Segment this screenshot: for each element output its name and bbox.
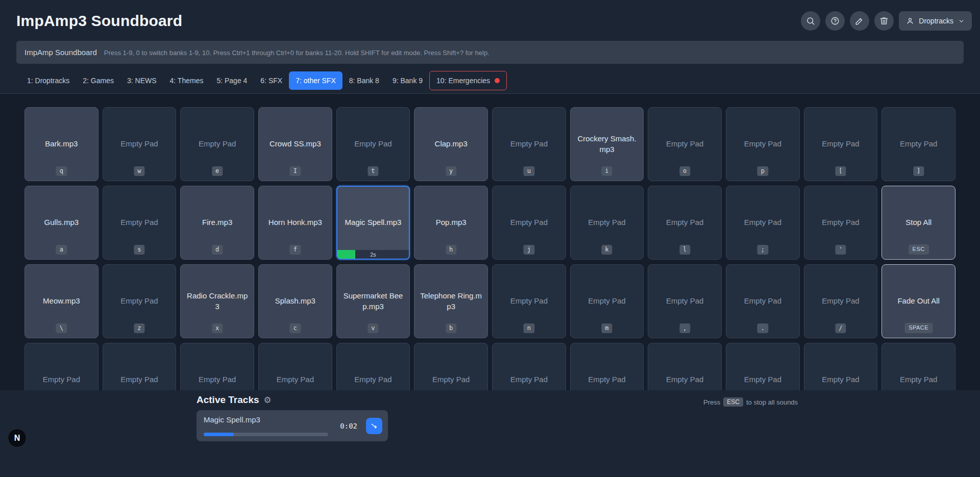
key-badge: I bbox=[290, 166, 301, 176]
pad-empty[interactable]: Empty Padw bbox=[103, 107, 177, 181]
pad-empty[interactable]: Empty Pad bbox=[570, 343, 644, 390]
pad-empty[interactable]: Empty Pad bbox=[881, 343, 955, 390]
key-badge: t bbox=[368, 166, 378, 176]
pad-empty[interactable]: Empty Padl bbox=[648, 186, 722, 260]
pad-pop-mp3[interactable]: Pop.mp3h bbox=[414, 186, 488, 260]
key-badge: ] bbox=[913, 166, 924, 176]
pad-empty[interactable]: Empty Pad[ bbox=[804, 107, 878, 181]
tab-label: 9: Bank 9 bbox=[393, 77, 423, 85]
pad-crockery-smash-mp3[interactable]: Crockery Smash.mp3i bbox=[570, 107, 644, 181]
pad-empty[interactable]: Empty Pade bbox=[180, 107, 254, 181]
pad-empty[interactable]: Empty Pad/ bbox=[804, 264, 878, 338]
pad-label: Empty Pad bbox=[199, 139, 236, 149]
pad-empty[interactable]: Empty Padk bbox=[570, 186, 644, 260]
tab-1-droptracks[interactable]: 1: Droptracks bbox=[20, 71, 76, 90]
pad-empty[interactable]: Empty Pad bbox=[336, 343, 410, 390]
pad-label: Empty Pad bbox=[199, 374, 236, 385]
pad-empty[interactable]: Empty Pad bbox=[180, 343, 254, 390]
pad-empty[interactable]: Empty Pads bbox=[103, 186, 177, 260]
key-badge: l bbox=[679, 245, 690, 255]
pad-progress-label: 2s bbox=[370, 250, 376, 258]
tab-5-page-4[interactable]: 5: Page 4 bbox=[210, 71, 254, 90]
pad-empty[interactable]: Empty Padn bbox=[492, 264, 566, 338]
pad-empty[interactable]: Empty Padt bbox=[336, 107, 410, 181]
pad-fire-mp3[interactable]: Fire.mp3d bbox=[180, 186, 254, 260]
pad-empty[interactable]: Empty Pad bbox=[804, 343, 878, 390]
key-badge: [ bbox=[835, 166, 846, 176]
pad-empty[interactable]: Empty Pad bbox=[103, 343, 177, 390]
pad-empty[interactable]: Empty Pado bbox=[648, 107, 722, 181]
search-button[interactable] bbox=[801, 11, 820, 31]
tab-label: 4: Themes bbox=[170, 77, 204, 85]
pad-label: Empty Pad bbox=[744, 374, 781, 385]
pad-empty[interactable]: Empty Pad] bbox=[881, 107, 955, 181]
pad-supermarket-beep-mp3[interactable]: Supermarket Beep.mp3v bbox=[336, 264, 410, 338]
pad-empty[interactable]: Empty Pad bbox=[258, 343, 332, 390]
pad-label: Empty Pad bbox=[120, 217, 158, 228]
key-badge: \ bbox=[56, 323, 67, 333]
pad-empty[interactable]: Empty Padj bbox=[492, 186, 566, 260]
pad-empty[interactable]: Empty Pad, bbox=[648, 264, 722, 338]
pad-telephone-ring-mp3[interactable]: Telephone Ring.mp3b bbox=[414, 264, 488, 338]
pad-label: Empty Pad bbox=[588, 374, 625, 385]
help-button[interactable] bbox=[825, 11, 845, 31]
pad-empty[interactable]: Empty Pad' bbox=[804, 186, 878, 260]
pad-gulls-mp3[interactable]: Gulls.mp3a bbox=[24, 186, 99, 260]
pad-empty[interactable]: Empty Pad bbox=[648, 343, 722, 390]
pad-empty[interactable]: Empty Padm bbox=[570, 264, 644, 338]
pad-label: Empty Pad bbox=[744, 139, 781, 149]
tab-7-other-sfx[interactable]: 7: other SFX bbox=[289, 71, 342, 90]
gear-icon[interactable]: ⚙ bbox=[264, 396, 272, 405]
profile-dropdown-button[interactable]: Droptracks bbox=[899, 11, 972, 31]
pad-label: Pop.mp3 bbox=[436, 217, 467, 228]
tab-2-games[interactable]: 2: Games bbox=[76, 71, 120, 90]
tab-4-themes[interactable]: 4: Themes bbox=[163, 71, 210, 90]
tab-8-bank-8[interactable]: 8: Bank 8 bbox=[342, 71, 386, 90]
pad-horn-honk-mp3[interactable]: Horn Honk.mp3f bbox=[258, 186, 332, 260]
pad-empty[interactable]: Empty Padu bbox=[492, 107, 566, 181]
pad-empty[interactable]: Empty Pad. bbox=[726, 264, 800, 338]
key-badge: k bbox=[601, 245, 612, 255]
pad-label: Crowd SS.mp3 bbox=[270, 139, 321, 149]
pad-label: Empty Pad bbox=[510, 139, 548, 149]
active-tracks-block: Active Tracks ⚙ Magic Spell.mp3 0:02 bbox=[197, 394, 388, 441]
pad-radio-crackle-mp3[interactable]: Radio Crackle.mp3x bbox=[180, 264, 254, 338]
track-progress-fill bbox=[204, 433, 234, 436]
key-badge: q bbox=[56, 166, 67, 176]
pad-magic-spell-mp3[interactable]: Magic Spell.mp32s bbox=[336, 186, 410, 260]
pad-grid: Bark.mp3qEmpty PadwEmpty PadeCrowd SS.mp… bbox=[24, 107, 955, 390]
tab-6-sfx[interactable]: 6: SFX bbox=[254, 71, 289, 90]
tab-9-bank-9[interactable]: 9: Bank 9 bbox=[386, 71, 429, 90]
pad-empty[interactable]: Empty Pad bbox=[414, 343, 488, 390]
pad-label: Empty Pad bbox=[666, 139, 703, 149]
pad-empty[interactable]: Empty Pad bbox=[492, 343, 566, 390]
active-track-card: Magic Spell.mp3 0:02 bbox=[197, 410, 388, 441]
key-badge: h bbox=[446, 245, 456, 255]
pad-empty[interactable]: Empty Pad bbox=[24, 343, 99, 390]
pad-stop-all[interactable]: Stop AllESC bbox=[881, 186, 955, 260]
tab-10-emergencies[interactable]: 10: Emergencies bbox=[429, 71, 507, 90]
pad-meow-mp3[interactable]: Meow.mp3\ bbox=[24, 264, 99, 338]
key-badge: w bbox=[134, 166, 144, 176]
pad-bark-mp3[interactable]: Bark.mp3q bbox=[24, 107, 99, 181]
delete-button[interactable] bbox=[874, 11, 894, 31]
pad-fade-out-all[interactable]: Fade Out AllSPACE bbox=[881, 264, 955, 338]
pad-label: Fire.mp3 bbox=[202, 217, 232, 228]
pad-crowd-ss-mp3[interactable]: Crowd SS.mp3I bbox=[258, 107, 332, 181]
tab-label: 10: Emergencies bbox=[436, 77, 490, 85]
tab-3-news[interactable]: 3: NEWS bbox=[120, 71, 163, 90]
pad-empty[interactable]: Empty Pad bbox=[726, 343, 800, 390]
tab-label: 7: other SFX bbox=[296, 77, 336, 85]
pad-empty[interactable]: Empty Pad; bbox=[726, 186, 800, 260]
pad-splash-mp3[interactable]: Splash.mp3c bbox=[258, 264, 332, 338]
key-badge: . bbox=[757, 323, 768, 333]
fade-out-track-button[interactable] bbox=[366, 418, 382, 434]
tab-label: 6: SFX bbox=[260, 77, 282, 85]
pad-empty[interactable]: Empty Padp bbox=[726, 107, 800, 181]
pad-empty[interactable]: Empty Padz bbox=[103, 264, 177, 338]
edit-button[interactable] bbox=[850, 11, 869, 31]
nextjs-logo[interactable]: N bbox=[8, 429, 27, 447]
pad-label: Empty Pad bbox=[510, 374, 548, 385]
key-badge: d bbox=[212, 245, 223, 255]
pad-clap-mp3[interactable]: Clap.mp3y bbox=[414, 107, 488, 181]
